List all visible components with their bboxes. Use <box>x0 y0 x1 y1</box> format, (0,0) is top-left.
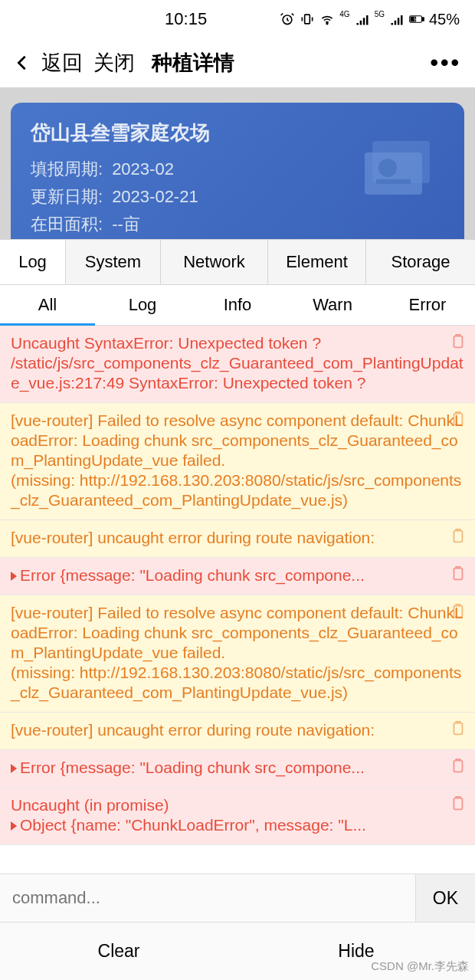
tab-log[interactable]: Log <box>0 240 66 284</box>
alarm-icon <box>280 11 295 27</box>
log-text: [vue-router] Failed to resolve async com… <box>11 604 464 701</box>
clipboard-icon[interactable] <box>449 720 466 737</box>
subtab-error[interactable]: Error <box>380 285 475 325</box>
clipboard-icon[interactable] <box>449 603 466 620</box>
chevron-left-icon[interactable] <box>14 54 31 71</box>
svg-rect-17 <box>454 798 462 810</box>
svg-rect-10 <box>454 336 462 348</box>
svg-point-8 <box>378 159 397 177</box>
svg-rect-14 <box>454 606 462 618</box>
svg-rect-13 <box>454 569 462 580</box>
log-entry[interactable]: [vue-router] Failed to resolve async com… <box>0 595 475 713</box>
log-text: Uncaught SyntaxError: Unexpected token ?… <box>11 334 464 392</box>
tab-system[interactable]: System <box>66 240 161 284</box>
ok-button[interactable]: OK <box>415 874 475 922</box>
nav-back-label[interactable]: 返回 <box>41 49 83 77</box>
nav-close-label[interactable]: 关闭 <box>93 49 135 77</box>
battery-icon <box>409 11 424 27</box>
sub-tabs: All Log Info Warn Error <box>0 285 475 326</box>
expand-arrow-icon[interactable] <box>11 764 17 773</box>
battery-percent: 45% <box>429 11 460 28</box>
log-entry[interactable]: [vue-router] Failed to resolve async com… <box>0 403 475 520</box>
log-text: [vue-router] uncaught error during route… <box>11 529 375 546</box>
nav-bar: 返回 关闭 种植详情 ••• <box>0 38 475 87</box>
tab-storage[interactable]: Storage <box>366 240 475 284</box>
subtab-all[interactable]: All <box>0 285 95 325</box>
main-tabs: Log System Network Element Storage <box>0 239 475 285</box>
subtab-info[interactable]: Info <box>190 285 285 325</box>
page-title: 种植详情 <box>152 49 234 77</box>
svg-point-2 <box>326 23 328 25</box>
clipboard-icon[interactable] <box>449 411 466 428</box>
log-entry[interactable]: [vue-router] uncaught error during route… <box>0 520 475 558</box>
card-row: 在田面积:--亩 <box>31 211 444 238</box>
log-entry[interactable]: [vue-router] uncaught error during route… <box>0 713 475 750</box>
log-entry[interactable]: Error {message: "Loading chunk src_compo… <box>0 558 475 595</box>
subtab-log[interactable]: Log <box>95 285 190 325</box>
log-entry[interactable]: Uncaught SyntaxError: Unexpected token ?… <box>0 326 475 403</box>
wifi-icon <box>319 11 335 27</box>
log-text: [vue-router] uncaught error during route… <box>11 721 375 739</box>
watermark: CSDN @Mr.李先森 <box>371 959 469 974</box>
svg-rect-12 <box>454 531 462 542</box>
clear-button[interactable]: Clear <box>0 923 238 980</box>
command-row: OK <box>0 873 475 922</box>
expand-arrow-icon[interactable] <box>11 572 17 581</box>
tab-element[interactable]: Element <box>268 240 366 284</box>
clipboard-icon[interactable] <box>449 565 466 582</box>
card-illustration-icon <box>349 126 449 210</box>
svg-rect-1 <box>305 15 310 24</box>
log-entry[interactable]: Uncaught (in promise)Object {name: "Chun… <box>0 788 475 845</box>
vibrate-icon <box>300 11 315 27</box>
devtools-panel: Log System Network Element Storage All L… <box>0 239 475 980</box>
svg-rect-11 <box>454 414 462 425</box>
clipboard-icon[interactable] <box>449 758 466 775</box>
signal-icon <box>355 11 370 27</box>
log-text: [vue-router] Failed to resolve async com… <box>11 411 464 509</box>
status-icons: 4G 5G 45% <box>280 11 460 28</box>
svg-rect-9 <box>376 179 411 184</box>
status-bar: 10:15 4G 5G 45% <box>0 0 475 38</box>
clipboard-icon[interactable] <box>449 795 466 812</box>
log-text: Error {message: "Loading chunk src_compo… <box>20 566 365 584</box>
log-text: Object {name: "ChunkLoadError", message:… <box>20 816 366 834</box>
log-text: Uncaught (in promise) <box>11 796 169 814</box>
log-text: Error {message: "Loading chunk src_compo… <box>20 759 365 776</box>
svg-rect-16 <box>454 761 462 772</box>
svg-rect-15 <box>454 723 462 735</box>
log-list[interactable]: Uncaught SyntaxError: Unexpected token ?… <box>0 326 475 873</box>
info-card: 岱山县叁雪家庭农场 填报周期:2023-02 更新日期:2023-02-21 在… <box>11 103 464 255</box>
subtab-warn[interactable]: Warn <box>285 285 380 325</box>
clipboard-icon[interactable] <box>449 528 466 545</box>
svg-rect-5 <box>422 18 424 21</box>
tab-network[interactable]: Network <box>161 240 268 284</box>
status-time: 10:15 <box>15 9 280 29</box>
expand-arrow-icon[interactable] <box>11 821 17 831</box>
signal-icon-2 <box>389 11 405 27</box>
log-entry[interactable]: Error {message: "Loading chunk src_compo… <box>0 750 475 788</box>
command-input[interactable] <box>0 874 415 922</box>
clipboard-icon[interactable] <box>449 333 466 350</box>
more-icon[interactable]: ••• <box>430 50 461 76</box>
